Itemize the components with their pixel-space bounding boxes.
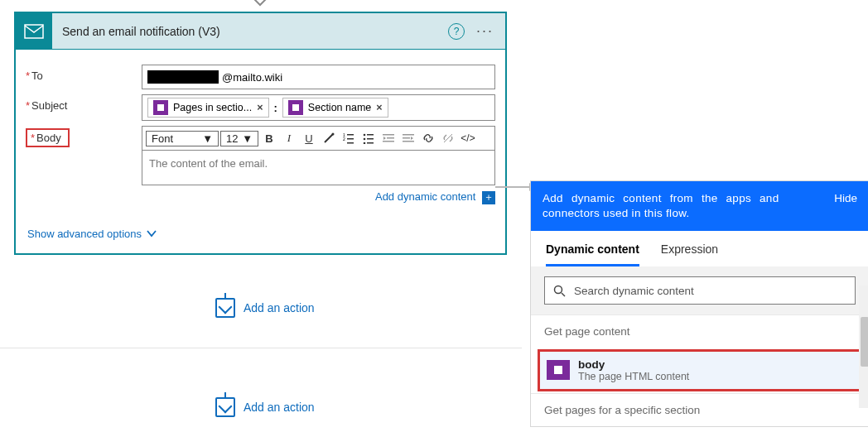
add-action-button[interactable]: Add an action — [215, 298, 315, 318]
onenote-icon — [288, 100, 303, 115]
panel-header: Adddynamiccontentfromtheappsand connecto… — [531, 181, 868, 231]
italic-button[interactable]: I — [280, 129, 298, 147]
unlink-button[interactable] — [439, 129, 457, 147]
svg-rect-2 — [292, 104, 299, 111]
subject-input[interactable]: Pages in sectio... × : Section name × — [142, 94, 495, 121]
indent-button[interactable] — [399, 129, 417, 147]
svg-rect-1 — [157, 104, 164, 111]
svg-point-11 — [364, 138, 366, 141]
svg-rect-8 — [347, 142, 354, 144]
svg-rect-17 — [383, 141, 394, 142]
email-action-card: Send an email notification (V3) ? ··· *T… — [14, 12, 507, 255]
font-size-select[interactable]: 12▼ — [220, 131, 258, 146]
svg-rect-18 — [403, 134, 414, 136]
to-suffix: @mailto.wiki — [222, 71, 282, 84]
scrollbar[interactable] — [859, 286, 868, 408]
numbered-list-button[interactable]: 12 — [340, 129, 358, 147]
flow-divider — [0, 348, 522, 348]
svg-text:2: 2 — [343, 137, 345, 142]
svg-rect-19 — [403, 137, 410, 139]
add-dynamic-content-link[interactable]: Add dynamic content — [375, 190, 475, 203]
svg-rect-7 — [347, 138, 354, 140]
rich-text-toolbar: Font▼ 12▼ B I U 12 </> — [142, 126, 495, 151]
svg-rect-10 — [367, 134, 374, 136]
chip-section-name[interactable]: Section name × — [282, 98, 388, 118]
svg-point-13 — [364, 142, 366, 144]
svg-rect-15 — [383, 134, 394, 136]
card-header[interactable]: Send an email notification (V3) ? ··· — [16, 13, 505, 50]
mail-icon — [16, 13, 52, 50]
search-placeholder: Search dynamic content — [574, 285, 694, 297]
subject-label: *Subject — [26, 94, 142, 112]
scrollbar-thumb[interactable] — [861, 317, 868, 367]
onenote-icon — [153, 100, 168, 115]
color-button[interactable] — [320, 129, 338, 147]
chip-separator: : — [272, 102, 279, 114]
hide-panel-link[interactable]: Hide — [834, 191, 857, 221]
outdent-button[interactable] — [379, 129, 398, 147]
chip-pages-in-section[interactable]: Pages in sectio... × — [147, 98, 269, 118]
item-name: body — [578, 358, 689, 371]
svg-rect-14 — [367, 142, 374, 144]
code-view-button[interactable]: </> — [459, 129, 477, 147]
card-title: Send an email notification (V3) — [52, 25, 448, 38]
add-action-button[interactable]: Add an action — [215, 397, 315, 417]
add-dynamic-plus-icon[interactable]: ＋ — [482, 191, 495, 204]
to-input[interactable]: @mailto.wiki — [142, 65, 495, 89]
search-input[interactable]: Search dynamic content — [544, 276, 856, 305]
panel-tabs: Dynamic content Expression — [531, 231, 868, 266]
svg-rect-24 — [554, 366, 562, 374]
body-label-highlight: *Body — [26, 128, 70, 147]
help-icon[interactable]: ? — [448, 23, 465, 40]
svg-rect-0 — [25, 25, 43, 38]
tab-expression[interactable]: Expression — [661, 242, 718, 266]
svg-line-23 — [562, 293, 565, 296]
to-label: *To — [26, 65, 142, 82]
svg-rect-20 — [403, 141, 414, 142]
dynamic-content-panel: Adddynamiccontentfromtheappsand connecto… — [530, 180, 868, 427]
svg-point-3 — [332, 133, 335, 136]
flow-arrow-down-icon — [250, 0, 270, 8]
svg-point-22 — [555, 286, 562, 293]
add-action-icon — [215, 397, 235, 417]
item-description: The page HTML content — [578, 371, 689, 382]
body-editor[interactable]: The content of the email. — [142, 151, 495, 185]
chevron-down-icon — [147, 229, 157, 238]
redacted-email — [147, 70, 219, 84]
chip-remove-icon[interactable]: × — [257, 102, 263, 113]
svg-point-9 — [364, 134, 366, 137]
callout-pointer — [495, 186, 530, 188]
font-select[interactable]: Font▼ — [146, 131, 219, 146]
section-get-pages-specific: Get pages for a specific section — [531, 393, 868, 426]
add-action-icon — [215, 298, 235, 318]
chip-remove-icon[interactable]: × — [376, 102, 382, 113]
search-icon — [553, 285, 566, 297]
underline-button[interactable]: U — [300, 129, 318, 147]
card-menu-button[interactable]: ··· — [476, 22, 494, 40]
tab-dynamic-content[interactable]: Dynamic content — [546, 242, 639, 266]
svg-line-21 — [444, 134, 452, 142]
dynamic-item-body[interactable]: body The page HTML content — [538, 349, 862, 391]
bullet-list-button[interactable] — [359, 129, 378, 147]
card-body: *To @mailto.wiki *Subject Pages in secti… — [16, 50, 505, 223]
svg-rect-16 — [387, 137, 394, 139]
svg-rect-12 — [367, 138, 374, 140]
section-get-page-content: Get page content — [531, 314, 868, 348]
body-label-wrapper: *Body — [26, 126, 142, 147]
svg-rect-5 — [347, 134, 354, 136]
onenote-icon — [547, 360, 570, 380]
link-button[interactable] — [419, 129, 437, 147]
show-advanced-options[interactable]: Show advanced options — [16, 223, 168, 253]
bold-button[interactable]: B — [260, 129, 278, 147]
